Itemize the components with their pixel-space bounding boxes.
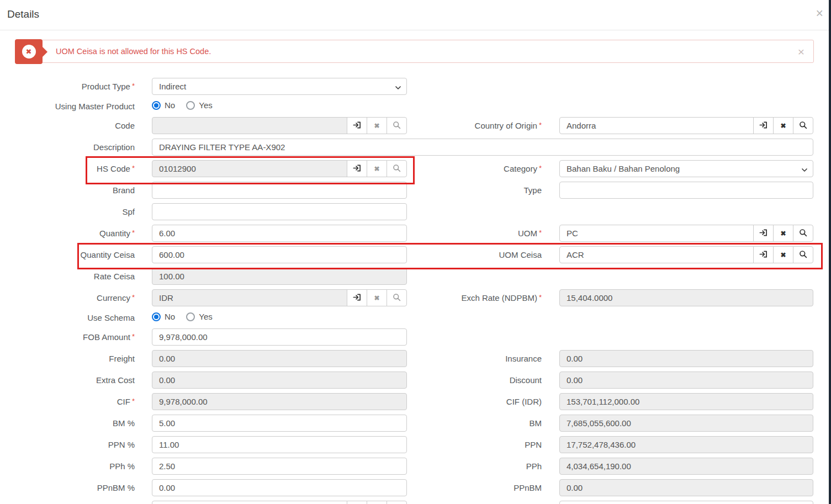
- required-asterisk: *: [539, 164, 542, 172]
- ppn-pct-label: PPN %: [0, 440, 135, 449]
- currency-clear-button[interactable]: ✖: [367, 289, 387, 306]
- page-title: Details: [0, 0, 831, 20]
- clear-icon: ✖: [374, 295, 379, 301]
- quantity-input[interactable]: [152, 225, 407, 242]
- radio-unselected-icon: [186, 101, 195, 110]
- search-icon: [393, 121, 401, 131]
- using-master-product-radio-no[interactable]: No: [152, 100, 175, 110]
- quantity-ceisa-label: Quantity Ceisa: [0, 250, 135, 259]
- spf-input[interactable]: [152, 203, 407, 220]
- radio-selected-icon: [152, 101, 161, 110]
- ppn-pct-input[interactable]: [152, 436, 407, 453]
- use-schema-radio-yes[interactable]: Yes: [186, 312, 212, 321]
- required-asterisk: *: [132, 229, 135, 237]
- description-input[interactable]: [152, 139, 813, 156]
- uom-ceisa-search-button[interactable]: [793, 246, 813, 263]
- code-clear-button[interactable]: ✖: [367, 117, 387, 134]
- uom-ceisa-clear-button[interactable]: ✖: [773, 246, 793, 263]
- ppnbm-pct-input[interactable]: [152, 479, 407, 496]
- ppnbm-label: PPnBM: [407, 483, 542, 492]
- uom-input[interactable]: [559, 225, 754, 242]
- search-icon: [799, 229, 807, 238]
- currency-assign-button[interactable]: [347, 289, 367, 306]
- ppn-input: [559, 436, 813, 453]
- hs-code-assign-button[interactable]: [347, 160, 367, 177]
- type-input[interactable]: [559, 182, 813, 199]
- hs-code-search-button[interactable]: [387, 160, 407, 177]
- country-of-origin-search-button[interactable]: [793, 117, 813, 134]
- sign-in-icon: [353, 293, 361, 303]
- category-label: Category: [504, 164, 537, 173]
- pph-label: PPh: [407, 461, 542, 471]
- spf-label: Spf: [0, 207, 135, 216]
- clear-icon: ✖: [780, 230, 786, 237]
- partial-clear-button[interactable]: ✖: [367, 501, 387, 504]
- currency-search-button[interactable]: [387, 289, 407, 306]
- cif-input: [152, 393, 407, 410]
- extra-cost-input: [152, 372, 407, 389]
- hs-code-highlight-row: HS Code* ✖ Category* Bahan Baku / Bahan …: [0, 160, 831, 177]
- code-input: [152, 117, 347, 134]
- search-icon: [799, 121, 807, 131]
- fob-amount-label: FOB Amount: [83, 332, 130, 342]
- partial-assign-button[interactable]: [347, 501, 367, 504]
- cif-label: CIF: [117, 397, 130, 406]
- ppn-label: PPN: [407, 440, 542, 449]
- country-of-origin-label: Country of Origin: [475, 121, 537, 130]
- clear-icon: ✖: [374, 123, 379, 129]
- dismiss-icon[interactable]: ×: [798, 46, 804, 57]
- insurance-input: [559, 350, 813, 367]
- brand-input[interactable]: [152, 182, 407, 199]
- pph-pct-label: PPh %: [0, 461, 135, 471]
- required-asterisk: *: [132, 164, 135, 172]
- product-type-label: Product Type: [82, 82, 130, 91]
- bm-pct-input[interactable]: [152, 415, 407, 432]
- product-type-select[interactable]: Indirect: [152, 78, 407, 95]
- pph-input: [559, 458, 813, 475]
- use-schema-label: Use Schema: [0, 313, 135, 322]
- error-message: UOM Ceisa is not allowed for this HS Cod…: [56, 47, 211, 56]
- currency-input: [152, 289, 347, 306]
- hs-code-clear-button[interactable]: ✖: [367, 160, 387, 177]
- radio-selected-icon: [152, 312, 161, 321]
- cif-idr-input: [559, 393, 813, 410]
- dialog-header: Details ×: [0, 0, 831, 30]
- required-asterisk: *: [132, 332, 135, 341]
- uom-ceisa-assign-button[interactable]: [753, 246, 774, 263]
- country-of-origin-assign-button[interactable]: [753, 117, 774, 134]
- fob-amount-input[interactable]: [152, 328, 407, 346]
- category-select[interactable]: Bahan Baku / Bahan Penolong: [559, 160, 813, 177]
- use-schema-radio-no[interactable]: No: [152, 312, 175, 321]
- description-label: Description: [0, 142, 135, 152]
- uom-ceisa-input[interactable]: [559, 246, 754, 263]
- uom-assign-button[interactable]: [753, 225, 774, 242]
- error-badge: ✖: [15, 39, 43, 64]
- error-icon: ✖: [22, 45, 36, 59]
- sign-in-icon: [353, 121, 361, 131]
- partial-search-button[interactable]: [387, 501, 407, 504]
- uom-search-button[interactable]: [793, 225, 813, 242]
- currency-label: Currency: [97, 293, 130, 303]
- uom-label: UOM: [518, 229, 537, 238]
- ppnbm-pct-label: PPnBM %: [0, 483, 135, 492]
- quantity-ceisa-input[interactable]: [152, 246, 407, 263]
- close-icon[interactable]: ×: [816, 7, 823, 20]
- uom-clear-button[interactable]: ✖: [773, 225, 793, 242]
- code-search-button[interactable]: [387, 117, 407, 134]
- exch-rate-input: [559, 289, 813, 306]
- country-of-origin-clear-button[interactable]: ✖: [773, 117, 793, 134]
- page-edge-scrollbar[interactable]: [829, 0, 831, 504]
- country-of-origin-input[interactable]: [559, 117, 754, 134]
- clear-icon: ✖: [780, 252, 786, 258]
- ppnbm-input: [559, 479, 813, 496]
- hs-code-input: [152, 160, 347, 177]
- clear-icon: ✖: [780, 123, 786, 129]
- hs-code-label: HS Code: [97, 164, 130, 173]
- partial-bottom-right-input[interactable]: [559, 501, 813, 504]
- using-master-product-radio-yes[interactable]: Yes: [186, 100, 212, 110]
- freight-label: Freight: [0, 354, 135, 363]
- partial-bottom-input[interactable]: [152, 501, 347, 504]
- pph-pct-input[interactable]: [152, 458, 407, 475]
- code-assign-button[interactable]: [347, 117, 367, 134]
- radio-unselected-icon: [186, 312, 195, 321]
